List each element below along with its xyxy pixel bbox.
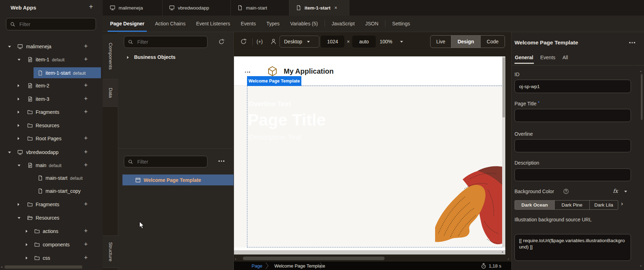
device-dropdown[interactable]: Desktop [279, 36, 319, 48]
tab-event-listeners[interactable]: Event Listeners [191, 16, 236, 32]
overflow-menu-icon[interactable] [245, 72, 250, 73]
tab-malimeneja[interactable]: malimeneja [103, 0, 163, 16]
tab-events[interactable]: Events [235, 16, 261, 32]
tree-row-root-pages[interactable]: Root Pages + [0, 133, 103, 144]
structure-menu-icon[interactable] [218, 160, 224, 162]
tab-components[interactable]: Components [103, 33, 118, 79]
caret-right-icon[interactable] [18, 98, 19, 100]
tab-main-start[interactable]: main-start [231, 0, 289, 16]
caret-right-icon[interactable] [18, 84, 19, 87]
tree-row-malimeneja[interactable]: malimeneja + [0, 41, 103, 52]
tree-row-fragments[interactable]: Fragments + [0, 107, 103, 117]
add-icon[interactable]: + [84, 56, 88, 63]
caret-down-icon[interactable] [8, 46, 11, 48]
overline-field[interactable] [514, 139, 631, 152]
caret-down-icon[interactable] [18, 165, 20, 166]
tab-variables[interactable]: Variables (5) [285, 16, 323, 32]
zoom-level[interactable]: 100% [380, 39, 392, 44]
add-icon[interactable]: + [84, 227, 88, 235]
tree-row-main[interactable]: maindefault + [0, 160, 103, 171]
tree-row-main-start[interactable]: main-startdefault [0, 173, 103, 183]
scroll-left-arrow[interactable]: ‹ [235, 257, 236, 261]
tree-row-item-3[interactable]: item-3 + [0, 94, 103, 104]
caret-right-icon[interactable] [18, 137, 19, 140]
tab-javascript[interactable]: JavaScript [326, 16, 360, 32]
canvas-hscrollbar[interactable] [243, 257, 385, 260]
live-mode-button[interactable]: Live [431, 36, 451, 48]
sidebar-filter[interactable] [6, 18, 96, 30]
sidebar-filter-input[interactable] [19, 21, 92, 27]
tree-row-resources[interactable]: Resources [0, 120, 103, 131]
business-objects-row[interactable]: Business Objects [127, 54, 175, 60]
canvas-height-input[interactable]: auto [352, 36, 376, 48]
tab-item-1-start[interactable]: item-1-start × [289, 0, 349, 16]
caret-down-icon[interactable] [18, 59, 20, 61]
close-tab-icon[interactable]: × [335, 5, 337, 11]
caret-right-icon[interactable] [18, 203, 19, 206]
tab-all[interactable]: All [562, 55, 568, 60]
props-vscrollbar[interactable] [641, 74, 643, 120]
presets-next-icon[interactable]: › [621, 201, 623, 207]
tab-general[interactable]: General [515, 55, 533, 60]
tab-events[interactable]: Events [540, 55, 555, 60]
add-icon[interactable]: + [84, 241, 88, 248]
add-icon[interactable]: + [84, 135, 88, 142]
tree-row-vbredwoodapp[interactable]: vbredwoodapp + [0, 147, 103, 158]
add-icon[interactable]: + [84, 161, 88, 169]
caret-right-icon[interactable] [127, 56, 129, 59]
caret-right-icon[interactable] [26, 243, 28, 246]
page-title-field[interactable] [514, 109, 631, 122]
tab-types[interactable]: Types [261, 16, 285, 32]
fx-expression-button[interactable]: fx [613, 188, 618, 194]
tab-action-chains[interactable]: Action Chains [150, 16, 191, 32]
caret-down-icon[interactable] [8, 152, 11, 153]
scroll-up-icon[interactable]: ▴ [640, 69, 642, 73]
scroll-down-icon[interactable]: ▾ [640, 264, 642, 268]
add-icon[interactable]: + [84, 108, 88, 116]
tree-row-actions[interactable]: actions + [0, 226, 103, 237]
scroll-down-icon[interactable]: ▾ [502, 251, 503, 254]
preset-dark-pine[interactable]: Dark Pine [555, 201, 590, 209]
add-icon[interactable]: + [84, 148, 88, 156]
canvas-refresh-icon[interactable] [240, 38, 247, 45]
page-vscrollbar[interactable] [502, 56, 505, 247]
design-canvas-page[interactable]: My Application Welcome Page Template Ove… [234, 56, 502, 247]
tab-settings[interactable]: Settings [387, 16, 415, 32]
canvas-width-input[interactable]: 1024 [321, 36, 344, 48]
add-icon[interactable]: + [84, 82, 88, 89]
preset-dark-ocean[interactable]: Dark Ocean [515, 201, 555, 209]
add-icon[interactable]: + [84, 201, 88, 208]
tree-row-main-start-copy[interactable]: main-start_copy [0, 186, 103, 196]
tab-vbredwoodapp[interactable]: vbredwoodapp [163, 0, 231, 16]
description-field[interactable] [514, 168, 631, 181]
preset-dark-lila[interactable]: Dark Lila [590, 201, 618, 209]
zoom-chevron-icon[interactable] [400, 41, 403, 43]
data-filter[interactable] [124, 36, 207, 48]
tab-json[interactable]: JSON [360, 16, 384, 32]
scroll-left-arrow[interactable]: ◂ [1, 265, 2, 269]
tree-row-fragments-2[interactable]: Fragments + [0, 199, 103, 210]
tree-row-item-1-start[interactable]: item-1-startdefault [0, 68, 103, 78]
caret-right-icon[interactable] [26, 257, 28, 259]
tree-row-item-1[interactable]: item-1default + [0, 54, 103, 65]
caret-right-icon[interactable] [26, 230, 28, 233]
design-mode-button[interactable]: Design [451, 36, 481, 48]
structure-filter[interactable] [124, 156, 207, 167]
structure-filter-input[interactable] [137, 159, 203, 165]
scroll-right-arrow[interactable]: › [508, 257, 509, 261]
caret-right-icon[interactable] [18, 124, 19, 127]
data-filter-input[interactable] [137, 39, 203, 45]
refresh-icon[interactable] [218, 38, 225, 45]
help-icon[interactable] [563, 189, 569, 194]
tree-row-css[interactable]: css + [0, 253, 103, 263]
tab-page-designer[interactable]: Page Designer [105, 16, 150, 32]
user-scope-icon[interactable] [270, 38, 277, 45]
properties-menu-icon[interactable] [629, 42, 635, 43]
sidebar-hscrollbar[interactable] [5, 265, 82, 269]
illustration-url-field[interactable]: [[ require.toUrl($page.variables.illustr… [514, 234, 631, 261]
fx-chevron-icon[interactable] [624, 191, 627, 192]
breadcrumb-current[interactable]: Welcome Page Template [274, 263, 325, 269]
caret-right-icon[interactable] [18, 111, 19, 113]
tab-data[interactable]: Data [103, 79, 118, 107]
structure-item-welcome-page-template[interactable]: Welcome Page Template [122, 174, 234, 185]
